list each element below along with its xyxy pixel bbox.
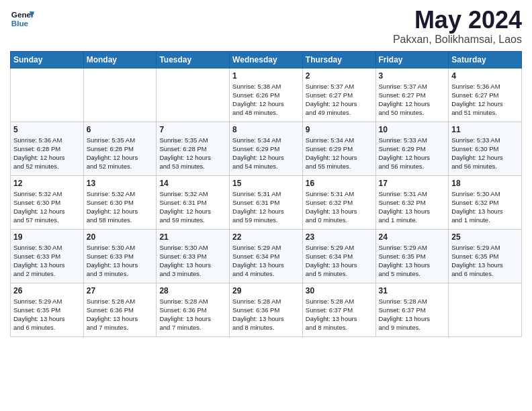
header-cell-thursday: Thursday xyxy=(302,51,375,68)
calendar-cell: 11Sunrise: 5:33 AM Sunset: 6:30 PM Dayli… xyxy=(449,122,522,175)
day-info: Sunrise: 5:32 AM Sunset: 6:30 PM Dayligh… xyxy=(13,189,81,225)
week-row-3: 12Sunrise: 5:32 AM Sunset: 6:30 PM Dayli… xyxy=(11,175,522,229)
header-cell-monday: Monday xyxy=(83,51,157,68)
day-number: 15 xyxy=(232,179,300,188)
calendar-cell: 21Sunrise: 5:30 AM Sunset: 6:33 PM Dayli… xyxy=(157,229,230,283)
logo-icon: General Blue xyxy=(10,7,34,31)
calendar-cell: 24Sunrise: 5:29 AM Sunset: 6:35 PM Dayli… xyxy=(375,229,449,283)
header-cell-friday: Friday xyxy=(375,51,449,68)
page-header: General Blue May 2024 Pakxan, Bolikhamsa… xyxy=(10,7,522,46)
header-row: SundayMondayTuesdayWednesdayThursdayFrid… xyxy=(11,51,522,68)
day-number: 3 xyxy=(379,71,446,81)
day-info: Sunrise: 5:31 AM Sunset: 6:32 PM Dayligh… xyxy=(379,189,446,225)
calendar-cell: 9Sunrise: 5:34 AM Sunset: 6:29 PM Daylig… xyxy=(302,122,375,175)
calendar-cell xyxy=(157,68,230,122)
calendar-cell: 27Sunrise: 5:28 AM Sunset: 6:36 PM Dayli… xyxy=(83,283,157,336)
calendar-cell: 30Sunrise: 5:28 AM Sunset: 6:37 PM Dayli… xyxy=(302,283,375,336)
day-number: 12 xyxy=(13,179,81,188)
day-info: Sunrise: 5:31 AM Sunset: 6:32 PM Dayligh… xyxy=(306,189,373,225)
day-info: Sunrise: 5:31 AM Sunset: 6:31 PM Dayligh… xyxy=(232,189,300,225)
header-cell-sunday: Sunday xyxy=(11,51,84,68)
calendar-table: SundayMondayTuesdayWednesdayThursdayFrid… xyxy=(10,51,522,337)
calendar-cell: 14Sunrise: 5:32 AM Sunset: 6:31 PM Dayli… xyxy=(157,175,230,229)
day-number: 1 xyxy=(232,71,300,81)
day-info: Sunrise: 5:29 AM Sunset: 6:35 PM Dayligh… xyxy=(451,243,519,279)
day-number: 23 xyxy=(306,232,373,242)
day-info: Sunrise: 5:30 AM Sunset: 6:33 PM Dayligh… xyxy=(87,243,154,279)
day-info: Sunrise: 5:28 AM Sunset: 6:36 PM Dayligh… xyxy=(159,297,226,332)
calendar-cell: 6Sunrise: 5:35 AM Sunset: 6:28 PM Daylig… xyxy=(83,122,157,175)
calendar-cell: 26Sunrise: 5:29 AM Sunset: 6:35 PM Dayli… xyxy=(11,283,84,336)
day-info: Sunrise: 5:29 AM Sunset: 6:34 PM Dayligh… xyxy=(306,243,373,279)
day-number: 9 xyxy=(306,125,373,134)
logo: General Blue xyxy=(10,7,34,31)
month-year-title: May 2024 xyxy=(393,7,522,34)
calendar-cell xyxy=(83,68,157,122)
day-number: 24 xyxy=(379,232,446,242)
calendar-cell: 13Sunrise: 5:32 AM Sunset: 6:30 PM Dayli… xyxy=(83,175,157,229)
day-number: 8 xyxy=(232,125,300,134)
day-info: Sunrise: 5:28 AM Sunset: 6:37 PM Dayligh… xyxy=(379,297,446,332)
day-info: Sunrise: 5:33 AM Sunset: 6:30 PM Dayligh… xyxy=(451,136,519,171)
calendar-cell: 17Sunrise: 5:31 AM Sunset: 6:32 PM Dayli… xyxy=(375,175,449,229)
day-number: 16 xyxy=(306,179,373,188)
calendar-cell: 15Sunrise: 5:31 AM Sunset: 6:31 PM Dayli… xyxy=(230,175,303,229)
calendar-cell: 22Sunrise: 5:29 AM Sunset: 6:34 PM Dayli… xyxy=(230,229,303,283)
day-info: Sunrise: 5:37 AM Sunset: 6:27 PM Dayligh… xyxy=(379,82,446,118)
week-row-5: 26Sunrise: 5:29 AM Sunset: 6:35 PM Dayli… xyxy=(11,283,522,336)
calendar-cell: 16Sunrise: 5:31 AM Sunset: 6:32 PM Dayli… xyxy=(302,175,375,229)
day-number: 7 xyxy=(159,125,226,134)
calendar-body: 1Sunrise: 5:38 AM Sunset: 6:26 PM Daylig… xyxy=(11,68,522,336)
day-number: 10 xyxy=(379,125,446,134)
header-cell-wednesday: Wednesday xyxy=(230,51,303,68)
calendar-cell: 18Sunrise: 5:30 AM Sunset: 6:32 PM Dayli… xyxy=(449,175,522,229)
day-info: Sunrise: 5:30 AM Sunset: 6:33 PM Dayligh… xyxy=(159,243,226,279)
calendar-cell: 10Sunrise: 5:33 AM Sunset: 6:29 PM Dayli… xyxy=(375,122,449,175)
calendar-cell: 25Sunrise: 5:29 AM Sunset: 6:35 PM Dayli… xyxy=(449,229,522,283)
day-info: Sunrise: 5:29 AM Sunset: 6:35 PM Dayligh… xyxy=(13,297,81,332)
week-row-1: 1Sunrise: 5:38 AM Sunset: 6:26 PM Daylig… xyxy=(11,68,522,122)
calendar-cell: 3Sunrise: 5:37 AM Sunset: 6:27 PM Daylig… xyxy=(375,68,449,122)
calendar-cell: 1Sunrise: 5:38 AM Sunset: 6:26 PM Daylig… xyxy=(230,68,303,122)
day-info: Sunrise: 5:28 AM Sunset: 6:37 PM Dayligh… xyxy=(306,297,373,332)
calendar-cell: 2Sunrise: 5:37 AM Sunset: 6:27 PM Daylig… xyxy=(302,68,375,122)
day-info: Sunrise: 5:30 AM Sunset: 6:32 PM Dayligh… xyxy=(451,189,519,225)
week-row-4: 19Sunrise: 5:30 AM Sunset: 6:33 PM Dayli… xyxy=(11,229,522,283)
day-number: 5 xyxy=(13,125,81,134)
day-info: Sunrise: 5:29 AM Sunset: 6:34 PM Dayligh… xyxy=(232,243,300,279)
day-info: Sunrise: 5:38 AM Sunset: 6:26 PM Dayligh… xyxy=(232,82,300,118)
calendar-cell: 31Sunrise: 5:28 AM Sunset: 6:37 PM Dayli… xyxy=(375,283,449,336)
day-info: Sunrise: 5:32 AM Sunset: 6:30 PM Dayligh… xyxy=(87,189,154,225)
day-number: 4 xyxy=(451,71,519,81)
day-number: 27 xyxy=(87,286,154,295)
day-number: 28 xyxy=(159,286,226,295)
calendar-cell xyxy=(11,68,84,122)
calendar-cell: 20Sunrise: 5:30 AM Sunset: 6:33 PM Dayli… xyxy=(83,229,157,283)
day-info: Sunrise: 5:28 AM Sunset: 6:36 PM Dayligh… xyxy=(232,297,300,332)
week-row-2: 5Sunrise: 5:36 AM Sunset: 6:28 PM Daylig… xyxy=(11,122,522,175)
day-info: Sunrise: 5:35 AM Sunset: 6:28 PM Dayligh… xyxy=(159,136,226,171)
day-info: Sunrise: 5:33 AM Sunset: 6:29 PM Dayligh… xyxy=(379,136,446,171)
day-number: 20 xyxy=(87,232,154,242)
day-info: Sunrise: 5:35 AM Sunset: 6:28 PM Dayligh… xyxy=(87,136,154,171)
day-info: Sunrise: 5:36 AM Sunset: 6:27 PM Dayligh… xyxy=(451,82,519,118)
day-number: 11 xyxy=(451,125,519,134)
day-number: 18 xyxy=(451,179,519,188)
day-number: 30 xyxy=(306,286,373,295)
day-info: Sunrise: 5:29 AM Sunset: 6:35 PM Dayligh… xyxy=(379,243,446,279)
day-number: 19 xyxy=(13,232,81,242)
calendar-cell: 23Sunrise: 5:29 AM Sunset: 6:34 PM Dayli… xyxy=(302,229,375,283)
day-number: 2 xyxy=(306,71,373,81)
day-info: Sunrise: 5:32 AM Sunset: 6:31 PM Dayligh… xyxy=(159,189,226,225)
day-number: 22 xyxy=(232,232,300,242)
svg-text:Blue: Blue xyxy=(11,19,29,28)
day-number: 6 xyxy=(87,125,154,134)
calendar-cell: 19Sunrise: 5:30 AM Sunset: 6:33 PM Dayli… xyxy=(11,229,84,283)
day-number: 26 xyxy=(13,286,81,295)
calendar-cell: 28Sunrise: 5:28 AM Sunset: 6:36 PM Dayli… xyxy=(157,283,230,336)
day-info: Sunrise: 5:30 AM Sunset: 6:33 PM Dayligh… xyxy=(13,243,81,279)
calendar-cell: 29Sunrise: 5:28 AM Sunset: 6:36 PM Dayli… xyxy=(230,283,303,336)
calendar-cell: 7Sunrise: 5:35 AM Sunset: 6:28 PM Daylig… xyxy=(157,122,230,175)
day-number: 21 xyxy=(159,232,226,242)
day-number: 13 xyxy=(87,179,154,188)
